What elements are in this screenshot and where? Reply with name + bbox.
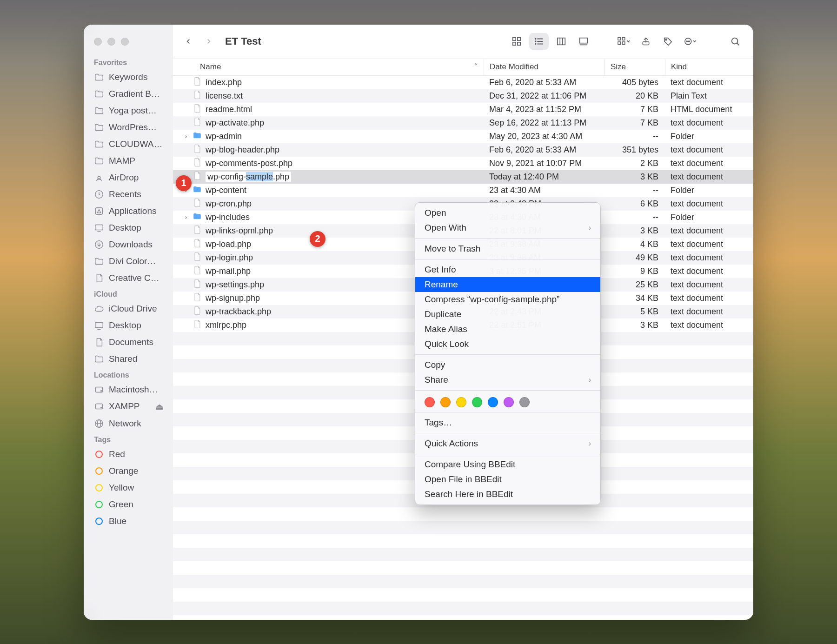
tag-color[interactable] <box>504 397 514 407</box>
file-row[interactable]: license.txtDec 31, 2022 at 11:06 PM20 KB… <box>173 89 753 103</box>
context-menu-label: Quick Look <box>425 339 469 349</box>
file-row[interactable]: wp-activate.phpSep 16, 2022 at 11:13 PM7… <box>173 116 753 130</box>
disclosure-icon[interactable] <box>183 132 189 141</box>
sidebar-item[interactable]: Applications <box>84 203 173 219</box>
search-button[interactable] <box>725 33 745 50</box>
eject-icon[interactable]: ⏏ <box>155 401 164 412</box>
tag-color[interactable] <box>519 397 530 407</box>
zoom-button[interactable] <box>121 38 129 46</box>
sidebar-item[interactable]: Gradient B… <box>84 86 173 102</box>
file-row[interactable]: wp-blog-header.phpFeb 6, 2020 at 5:33 AM… <box>173 143 753 157</box>
file-row[interactable]: readme.htmlMar 4, 2023 at 11:52 PM7 KBHT… <box>173 103 753 116</box>
file-row[interactable]: wp-adminMay 20, 2023 at 4:30 AM--Folder <box>173 130 753 143</box>
toolbar: ET Test <box>173 25 753 59</box>
minimize-button[interactable] <box>107 38 115 46</box>
forward-button[interactable] <box>202 34 216 48</box>
col-size[interactable]: Size <box>604 59 665 75</box>
tag-icon <box>94 449 104 459</box>
context-menu-item[interactable]: Copy <box>415 358 600 372</box>
tag-color[interactable] <box>488 397 498 407</box>
context-menu-item[interactable]: Tags… <box>415 415 600 430</box>
tag-color[interactable] <box>425 397 435 407</box>
file-kind: text document <box>665 307 753 317</box>
context-menu-item[interactable]: Get Info <box>415 262 600 277</box>
sidebar-item[interactable]: Creative C… <box>84 270 173 286</box>
folder-icon <box>193 211 202 224</box>
col-kind[interactable]: Kind <box>665 59 753 75</box>
sidebar-item[interactable]: Desktop <box>84 317 173 334</box>
sidebar-item[interactable]: Desktop <box>84 219 173 236</box>
tags-button[interactable] <box>658 33 678 50</box>
back-button[interactable] <box>181 34 195 48</box>
column-view-button[interactable] <box>551 33 571 50</box>
disclosure-icon[interactable] <box>183 212 189 222</box>
sidebar-item-label: Yellow <box>109 483 134 493</box>
sidebar-item-label: Red <box>109 449 125 459</box>
sidebar-item[interactable]: XAMPP⏏ <box>84 398 173 415</box>
sidebar-item[interactable]: Green <box>84 496 173 513</box>
context-menu-label: Move to Trash <box>425 244 480 254</box>
file-row[interactable]: wp-content23 at 4:30 AM--Folder <box>173 184 753 197</box>
sidebar-item[interactable]: Documents <box>84 334 173 351</box>
context-menu-item[interactable]: Rename <box>415 277 600 292</box>
sidebar-item[interactable]: Macintosh… <box>84 381 173 398</box>
col-name[interactable]: Name˄ <box>173 62 484 72</box>
sidebar-item[interactable]: Red <box>84 446 173 463</box>
sidebar-item[interactable]: Yoga post… <box>84 102 173 119</box>
desktop-icon <box>94 320 104 331</box>
context-menu-item[interactable]: Open <box>415 206 600 220</box>
sidebar-item[interactable]: iCloud Drive <box>84 300 173 317</box>
context-menu-item[interactable]: Open File in BBEdit <box>415 472 600 487</box>
sidebar-item[interactable]: MAMP <box>84 153 173 169</box>
file-name: wp-login.php <box>206 253 253 263</box>
context-menu-item[interactable]: Move to Trash <box>415 241 600 256</box>
file-row[interactable]: index.phpFeb 6, 2020 at 5:33 AM405 bytes… <box>173 76 753 89</box>
sidebar-section-header: Locations <box>84 367 173 381</box>
sidebar-item[interactable]: Recents <box>84 186 173 203</box>
tag-color[interactable] <box>472 397 482 407</box>
sidebar-item-label: Yoga post… <box>109 106 157 116</box>
sidebar-item[interactable]: Keywords <box>84 69 173 86</box>
context-menu-item[interactable]: Compare Using BBEdit <box>415 457 600 472</box>
context-menu-item[interactable]: Search Here in BBEdit <box>415 487 600 502</box>
col-date[interactable]: Date Modified <box>484 59 604 75</box>
sidebar-item[interactable]: Orange <box>84 463 173 479</box>
context-menu-item[interactable]: Open With› <box>415 220 600 235</box>
svg-point-24 <box>535 41 536 42</box>
sidebar-item[interactable]: Shared <box>84 351 173 367</box>
group-menu[interactable] <box>614 33 633 50</box>
file-date: Nov 9, 2021 at 10:07 PM <box>484 159 604 168</box>
svg-point-40 <box>689 41 690 42</box>
file-icon <box>193 76 202 89</box>
icon-view-button[interactable] <box>507 33 526 50</box>
svg-rect-19 <box>518 42 520 45</box>
sidebar-item[interactable]: Downloads <box>84 236 173 253</box>
share-button[interactable] <box>636 33 656 50</box>
file-row[interactable]: wp-comments-post.phpNov 9, 2021 at 10:07… <box>173 157 753 170</box>
sidebar-item[interactable]: CLOUDWA… <box>84 136 173 153</box>
file-kind: text document <box>665 280 753 290</box>
gallery-view-button[interactable] <box>574 33 593 50</box>
context-menu-item[interactable]: Duplicate <box>415 307 600 322</box>
sidebar-item-label: Documents <box>109 337 153 347</box>
file-name: index.php <box>206 78 242 87</box>
context-menu-item[interactable]: Compress “wp-config-sample.php” <box>415 292 600 307</box>
list-view-button[interactable] <box>529 33 549 50</box>
close-button[interactable] <box>94 38 102 46</box>
sidebar-item[interactable]: Divi Color… <box>84 253 173 270</box>
context-menu-label: Search Here in BBEdit <box>425 489 513 499</box>
tag-color[interactable] <box>456 397 466 407</box>
file-row[interactable]: wp-config-sample.phpToday at 12:40 PM3 K… <box>173 170 753 184</box>
sidebar-item[interactable]: AirDrop <box>84 169 173 186</box>
context-menu-item[interactable]: Quick Look <box>415 337 600 352</box>
sidebar-item[interactable]: Blue <box>84 513 173 530</box>
sidebar-item[interactable]: Network <box>84 415 173 432</box>
context-menu-item[interactable]: Quick Actions› <box>415 436 600 451</box>
actions-menu[interactable] <box>681 33 700 50</box>
file-name-edit[interactable]: wp-config-sample.php <box>206 172 291 182</box>
context-menu-item[interactable]: Make Alias <box>415 322 600 337</box>
context-menu-item[interactable]: Share› <box>415 372 600 387</box>
sidebar-item[interactable]: Yellow <box>84 479 173 496</box>
tag-color[interactable] <box>440 397 451 407</box>
sidebar-item[interactable]: WordPres… <box>84 119 173 136</box>
